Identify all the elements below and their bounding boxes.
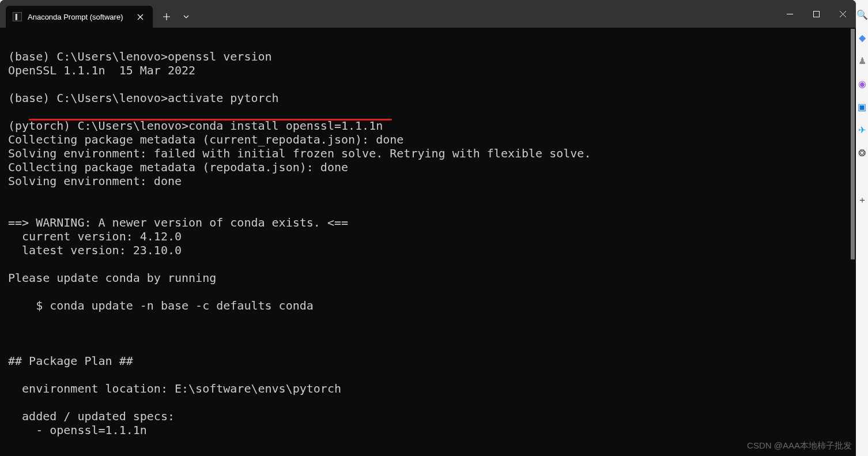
terminal-app-icon: ▌ — [13, 12, 22, 21]
chat-icon[interactable]: ◉ — [857, 78, 867, 89]
terminal-content[interactable]: (base) C:\Users\lenovo>openssl version O… — [0, 28, 856, 456]
paper-plane-icon[interactable]: ✈ — [857, 125, 867, 135]
terminal-line: Solving environment: failed with initial… — [8, 146, 591, 160]
terminal-line: Solving environment: done — [8, 174, 182, 188]
close-button[interactable] — [829, 3, 856, 24]
copilot-icon[interactable]: ♟ — [857, 55, 867, 66]
terminal-line: - openssl=1.1.1n — [8, 423, 147, 437]
titlebar[interactable]: ▌ Anaconda Prompt (software) — [0, 0, 856, 28]
terminal-line: ## Package Plan ## — [8, 354, 133, 368]
terminal-window: ▌ Anaconda Prompt (software) — [0, 0, 856, 456]
terminal-line: current version: 4.12.0 — [8, 229, 182, 243]
tab-active[interactable]: ▌ Anaconda Prompt (software) — [6, 6, 153, 28]
terminal-line: (base) C:\Users\lenovo>openssl version — [8, 50, 272, 63]
search-icon[interactable]: 🔍 — [857, 9, 867, 20]
terminal-line: environment location: E:\software\envs\p… — [8, 382, 341, 395]
tab-area: ▌ Anaconda Prompt (software) — [0, 0, 776, 28]
tab-close-button[interactable] — [134, 11, 146, 22]
scrollbar-thumb[interactable] — [851, 29, 855, 259]
svg-rect-0 — [813, 11, 819, 17]
terminal-line: Collecting package metadata (current_rep… — [8, 133, 403, 146]
terminal-line: $ conda update -n base -c defaults conda — [8, 299, 314, 312]
cube-icon[interactable]: ◆ — [857, 32, 867, 43]
tab-dropdown-button[interactable] — [177, 6, 195, 28]
maximize-button[interactable] — [803, 3, 829, 24]
watermark-text: CSDN @AAA本地柿子批发 — [747, 440, 852, 451]
edge-sidebar: 🔍 ◆ ♟ ◉ ▣ ✈ ❂ ＋ — [856, 0, 868, 456]
terminal-line: ==> WARNING: A newer version of conda ex… — [8, 216, 348, 229]
terminal-line: Please update conda by running — [8, 271, 216, 285]
window-controls — [776, 0, 856, 28]
terminal-line: (base) C:\Users\lenovo>activate pytorch — [8, 91, 279, 105]
terminal-line: (pytorch) C:\Users\lenovo>conda install … — [8, 119, 383, 133]
terminal-line: Collecting package metadata (repodata.js… — [8, 160, 348, 174]
terminal-line: latest version: 23.10.0 — [8, 243, 182, 257]
new-tab-button[interactable] — [156, 6, 177, 28]
terminal-line: OpenSSL 1.1.1n 15 Mar 2022 — [8, 63, 195, 77]
terminal-line: added / updated specs: — [8, 409, 175, 423]
outlook-icon[interactable]: ▣ — [857, 101, 867, 112]
tab-title: Anaconda Prompt (software) — [28, 13, 123, 21]
plus-icon[interactable]: ＋ — [857, 195, 867, 205]
minimize-button[interactable] — [776, 3, 803, 24]
openai-icon[interactable]: ❂ — [857, 148, 867, 158]
red-underline-annotation — [29, 119, 392, 120]
